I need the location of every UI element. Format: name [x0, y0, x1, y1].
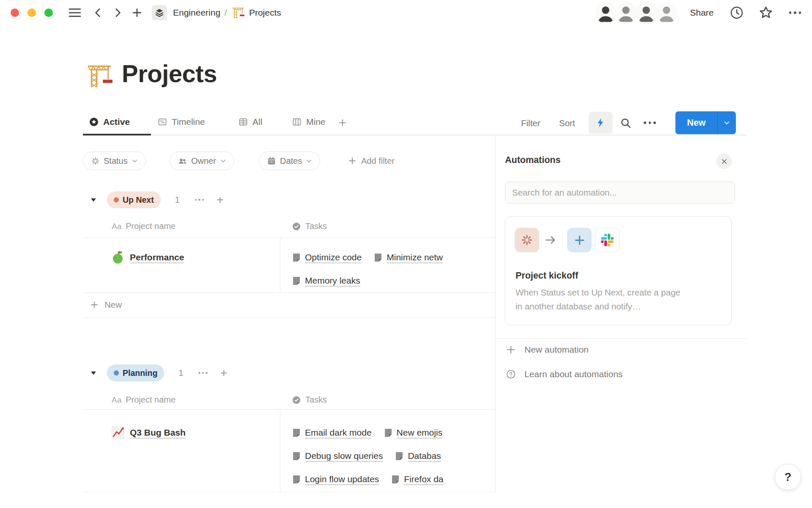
tab-timeline[interactable]: Timeline	[157, 117, 205, 127]
updates-clock-icon[interactable]	[730, 6, 743, 19]
task-item[interactable]: Optimize code	[292, 252, 362, 262]
dates-filter-chip[interactable]: Dates	[259, 152, 320, 170]
task-item[interactable]: Minimize netw	[373, 252, 443, 262]
automation-card[interactable]: Project kickoff When Status set to Up Ne…	[505, 216, 732, 325]
column-header-name[interactable]: Aa Project name	[112, 221, 176, 231]
tab-mine[interactable]: Mine	[292, 117, 326, 127]
close-panel-button[interactable]	[716, 154, 732, 169]
task-item[interactable]: Email dark mode	[292, 428, 372, 438]
group-name: Up Next	[123, 195, 154, 205]
page-icon	[373, 253, 383, 262]
back-button[interactable]	[93, 7, 104, 18]
favorite-star-icon[interactable]	[759, 6, 773, 20]
new-button[interactable]: New	[675, 111, 736, 134]
add-view-icon[interactable]	[337, 118, 348, 128]
tasks-cell-line: Debug slow queries Databas	[292, 449, 495, 463]
status-filter-chip[interactable]: Status	[83, 152, 146, 170]
table-border	[83, 492, 495, 492]
chevron-down-icon	[306, 158, 312, 164]
task-item[interactable]: New emojis	[384, 428, 443, 438]
table-border	[83, 409, 495, 410]
more-options-icon[interactable]	[789, 11, 801, 14]
green-apple-icon	[111, 250, 125, 265]
panel-divider	[495, 338, 746, 339]
task-link[interactable]: Memory leaks	[305, 276, 360, 286]
task-link[interactable]: Optimize code	[305, 252, 362, 262]
calendar-icon	[267, 156, 276, 166]
close-window-button[interactable]	[11, 8, 19, 17]
group-pill[interactable]: Planning	[107, 364, 164, 381]
column-header-tasks[interactable]: Tasks	[292, 221, 327, 231]
help-button[interactable]: ?	[775, 464, 801, 490]
group-options-icon[interactable]	[198, 372, 208, 374]
page-icon	[391, 475, 400, 484]
task-item[interactable]: Debug slow queries	[292, 451, 383, 461]
status-burst-icon	[91, 157, 100, 166]
close-icon	[721, 158, 728, 165]
collapse-triangle-icon[interactable]	[90, 197, 97, 203]
project-name-link[interactable]: Performance	[130, 252, 184, 262]
task-link[interactable]: Minimize netw	[387, 252, 443, 262]
search-icon[interactable]	[620, 117, 631, 129]
share-button[interactable]: Share	[690, 8, 713, 18]
breadcrumb-team[interactable]: Engineering	[173, 8, 220, 18]
owner-filter-chip[interactable]: Owner	[170, 152, 234, 170]
table-row-name[interactable]: Performance	[111, 250, 184, 265]
tasks-cell-line: Login flow updates Firefox da	[292, 472, 495, 486]
avatar[interactable]	[615, 2, 636, 23]
forward-button[interactable]	[112, 7, 123, 18]
group-add-icon[interactable]: +	[217, 196, 223, 204]
lightning-bolt-icon	[595, 117, 606, 128]
group-add-icon[interactable]: +	[220, 369, 227, 377]
new-automation-button[interactable]: New automation	[506, 345, 589, 355]
new-tab-icon[interactable]	[132, 7, 143, 18]
task-link[interactable]: Databas	[408, 451, 441, 461]
task-item[interactable]: Firefox da	[391, 474, 443, 484]
new-row-button[interactable]: New	[90, 300, 122, 310]
column-header-name[interactable]: Aa Project name	[112, 395, 176, 405]
group-pill[interactable]: Up Next	[107, 191, 161, 208]
view-options-icon[interactable]	[644, 121, 656, 124]
breadcrumb-page[interactable]: Projects	[249, 8, 281, 18]
avatar[interactable]	[636, 2, 657, 23]
avatar[interactable]	[656, 2, 677, 23]
page-icon-crane[interactable]	[85, 62, 113, 90]
automations-bolt-button[interactable]	[589, 112, 612, 134]
minimize-window-button[interactable]	[27, 8, 36, 17]
tasks-cell-line: Memory leaks	[292, 274, 495, 287]
tasks-cell-line: Email dark mode New emojis	[292, 426, 495, 439]
learn-automations-link[interactable]: Learn about automations	[506, 369, 623, 379]
task-link[interactable]: Login flow updates	[305, 474, 379, 484]
table-icon	[238, 117, 248, 127]
zoom-window-button[interactable]	[44, 8, 53, 17]
chevron-down-icon	[220, 158, 226, 164]
task-link[interactable]: Email dark mode	[305, 428, 372, 438]
new-button-chevron[interactable]	[718, 119, 736, 127]
automation-search-input[interactable]	[505, 182, 735, 203]
tab-active[interactable]: Active	[89, 117, 130, 127]
task-link[interactable]: New emojis	[397, 428, 443, 438]
check-circle-icon	[292, 395, 301, 405]
table-row-name[interactable]: Q3 Bug Bash	[111, 425, 186, 440]
task-item[interactable]: Login flow updates	[292, 474, 379, 484]
task-item[interactable]: Memory leaks	[292, 276, 360, 286]
task-item[interactable]: Databas	[395, 451, 441, 461]
filter-button[interactable]: Filter	[521, 118, 540, 128]
project-name-link[interactable]: Q3 Bug Bash	[130, 428, 186, 438]
task-link[interactable]: Firefox da	[404, 474, 443, 484]
window-titlebar: Engineering / Projects Share	[0, 0, 812, 25]
avatar[interactable]	[595, 2, 616, 23]
sort-button[interactable]: Sort	[559, 118, 575, 128]
collapse-triangle-icon[interactable]	[90, 370, 97, 376]
page-title[interactable]: Projects	[122, 59, 217, 88]
sidebar-menu-icon[interactable]	[68, 7, 82, 18]
chip-label: Status	[104, 156, 128, 166]
column-header-label: Tasks	[305, 221, 327, 231]
column-header-tasks[interactable]: Tasks	[292, 395, 327, 405]
crane-icon	[231, 6, 245, 19]
teamspace-icon[interactable]	[152, 5, 167, 20]
add-filter-button[interactable]: Add filter	[348, 152, 395, 170]
tab-all[interactable]: All	[238, 117, 262, 127]
task-link[interactable]: Debug slow queries	[305, 451, 383, 461]
group-options-icon[interactable]	[195, 199, 204, 201]
